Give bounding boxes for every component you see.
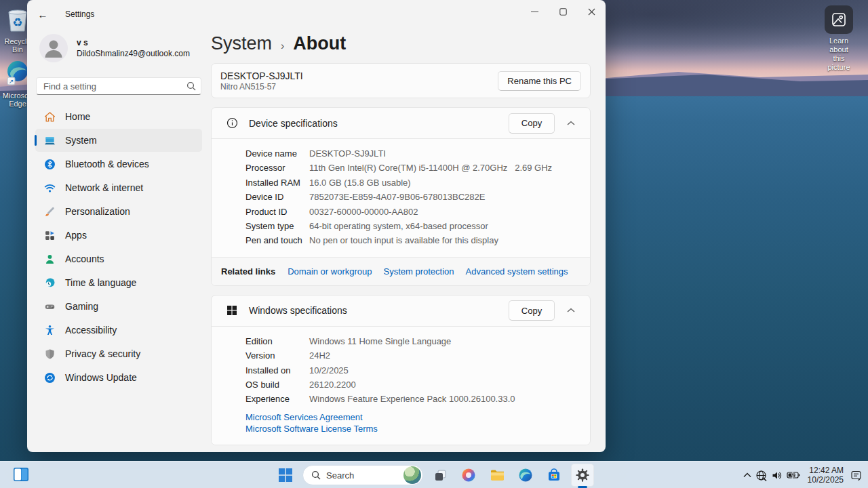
picture-icon <box>825 5 853 34</box>
breadcrumb-system[interactable]: System <box>211 33 272 54</box>
tray-time: 12:42 AM <box>808 466 844 475</box>
spec-row: Installed RAM 16.0 GB (15.8 GB usable) <box>212 176 590 190</box>
taskbar-search-placeholder: Search <box>326 470 403 481</box>
gamepad-icon <box>43 300 56 312</box>
titlebar[interactable]: ← Settings <box>27 0 606 28</box>
related-links-row: Related links Domain or workgroup System… <box>212 257 590 285</box>
spec-row: Installed on 10/2/2025 <box>212 363 590 378</box>
sidebar-item-accounts[interactable]: Accounts <box>35 247 202 270</box>
copilot-icon <box>461 468 476 483</box>
file-explorer-button[interactable] <box>486 464 509 487</box>
system-icon <box>43 134 56 146</box>
bluetooth-icon <box>43 158 56 170</box>
info-icon <box>226 117 240 129</box>
windows-logo-icon <box>226 305 240 316</box>
sidebar-item-apps[interactable]: Apps <box>35 224 202 247</box>
spec-row: Experience Windows Feature Experience Pa… <box>212 392 590 406</box>
windows-specifications-title: Windows specifications <box>249 305 347 316</box>
page-title: About <box>293 33 346 54</box>
copy-device-specs-button[interactable]: Copy <box>509 113 555 134</box>
copilot-button[interactable] <box>457 464 480 487</box>
settings-search <box>36 77 201 95</box>
link-system-protection[interactable]: System protection <box>383 266 454 277</box>
sidebar-item-windows-update[interactable]: Windows Update <box>35 366 202 389</box>
device-specifications-card: Device specifications Copy Device name D… <box>211 107 591 286</box>
edge-button[interactable] <box>514 464 537 487</box>
taskbar-search[interactable]: Search <box>302 465 423 485</box>
notification-center-icon[interactable] <box>848 465 864 485</box>
collapse-windows-specs-button[interactable] <box>561 300 581 321</box>
related-links-label: Related links <box>221 266 275 277</box>
back-button[interactable]: ← <box>33 5 53 23</box>
shield-icon <box>43 348 56 360</box>
tray-overflow-chevron[interactable] <box>741 465 753 485</box>
account-email: DildoShmalinz49@outlook.com <box>77 49 190 58</box>
start-icon <box>278 468 293 483</box>
rename-pc-button[interactable]: Rename this PC <box>498 71 581 91</box>
system-tray: 12:42 AM 10/2/2025 <box>741 462 864 488</box>
volume-icon[interactable] <box>769 465 785 485</box>
sidebar-item-system[interactable]: System <box>35 129 202 152</box>
device-specifications-header[interactable]: Device specifications Copy <box>212 108 590 138</box>
copy-windows-specs-button[interactable]: Copy <box>509 300 555 321</box>
link-microsoft-software-license-terms[interactable]: Microsoft Software License Terms <box>245 423 590 435</box>
collapse-device-specs-button[interactable] <box>561 113 581 134</box>
wifi-icon <box>43 182 56 194</box>
sidebar-item-gaming[interactable]: Gaming <box>35 295 202 318</box>
breadcrumb-separator: › <box>281 40 284 52</box>
tray-date: 10/2/2025 <box>808 475 844 485</box>
file-explorer-icon <box>490 468 505 483</box>
sidebar-item-privacy-security[interactable]: Privacy & security <box>35 342 202 365</box>
spec-row: Device name DESKTOP-SJ9JLTI <box>212 146 590 161</box>
windows-update-icon <box>43 371 56 384</box>
spec-row: Device ID 7852073E-E859-4A07-9B06-678013… <box>212 190 590 204</box>
task-view-button[interactable] <box>429 464 452 487</box>
learn-about-picture-widget[interactable]: Learn about this picture <box>823 5 855 72</box>
window-title: Settings <box>65 9 94 19</box>
device-model: Nitro AN515-57 <box>220 82 303 92</box>
spec-row: System type 64-bit operating system, x64… <box>212 219 590 233</box>
link-domain-or-workgroup[interactable]: Domain or workgroup <box>288 266 372 277</box>
close-button[interactable] <box>577 0 606 23</box>
account-name: v s <box>77 38 190 47</box>
minimize-button[interactable] <box>520 0 549 23</box>
network-icon[interactable] <box>753 465 769 485</box>
link-microsoft-services-agreement[interactable]: Microsoft Services Agreement <box>245 411 590 424</box>
sidebar-item-time-language[interactable]: Time & language <box>35 271 202 294</box>
home-icon <box>43 110 56 123</box>
maximize-button[interactable] <box>549 0 577 23</box>
accounts-icon <box>43 253 56 265</box>
main-pane: System › About DESKTOP-SJ9JLTI Nitro AN5… <box>211 28 606 452</box>
spec-row: Product ID 00327-60000-00000-AA802 <box>212 205 590 219</box>
sidebar-nav: Home System Bluetooth & devices <box>27 105 210 389</box>
brush-icon <box>43 205 56 218</box>
widgets-button[interactable] <box>11 466 31 484</box>
spec-row: Pen and touch No pen or touch input is a… <box>212 233 590 247</box>
spec-row: Processor 11th Gen Intel(R) Core(TM) i5-… <box>212 161 590 175</box>
sidebar-item-personalization[interactable]: Personalization <box>35 200 202 223</box>
task-view-icon <box>433 468 448 483</box>
settings-search-input[interactable] <box>36 77 201 95</box>
desktop: ♻ Recycle Bin ↗ Microsoft Edge <box>0 0 868 488</box>
taskbar: Search <box>0 461 868 488</box>
settings-taskbar-button[interactable] <box>571 464 594 487</box>
battery-icon[interactable] <box>785 465 802 485</box>
svg-text:↗: ↗ <box>9 78 14 85</box>
windows-specifications-header[interactable]: Windows specifications Copy <box>212 296 590 326</box>
sidebar-item-network-internet[interactable]: Network & internet <box>35 176 202 199</box>
sidebar-item-accessibility[interactable]: Accessibility <box>35 319 202 342</box>
search-icon <box>186 81 196 94</box>
link-advanced-system-settings[interactable]: Advanced system settings <box>466 266 568 277</box>
start-button[interactable] <box>274 464 297 487</box>
sidebar: v s DildoShmalinz49@outlook.com Ho <box>27 28 210 452</box>
clock[interactable]: 12:42 AM 10/2/2025 <box>808 466 844 485</box>
microsoft-store-button[interactable] <box>542 464 566 487</box>
sidebar-item-bluetooth-devices[interactable]: Bluetooth & devices <box>35 152 202 176</box>
accessibility-icon <box>43 324 56 336</box>
sidebar-item-home[interactable]: Home <box>35 105 202 128</box>
learn-about-line1: Learn about <box>823 37 855 54</box>
svg-text:♻: ♻ <box>12 16 22 29</box>
spec-row: Edition Windows 11 Home Single Language <box>212 334 590 348</box>
account-card[interactable]: v s DildoShmalinz49@outlook.com <box>27 28 210 62</box>
spec-row: OS build 26120.2200 <box>212 378 590 392</box>
